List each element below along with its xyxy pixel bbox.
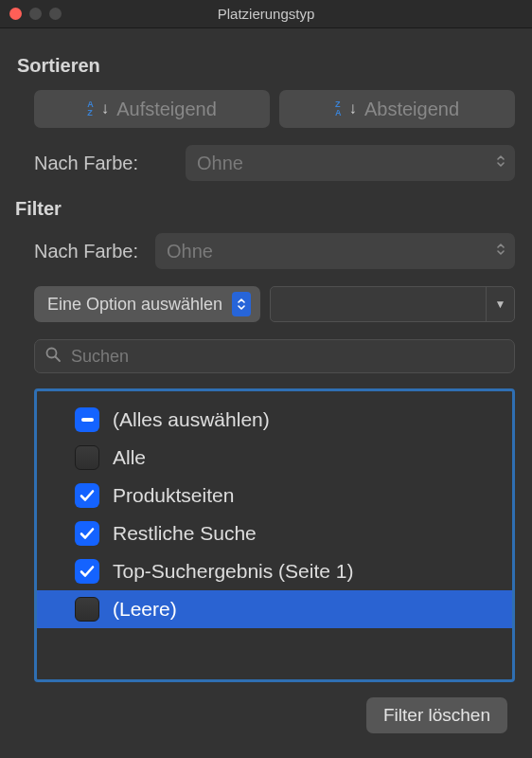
- checkbox[interactable]: [75, 521, 99, 546]
- filter-item[interactable]: Alle: [37, 439, 512, 477]
- chevron-up-down-icon: [496, 153, 505, 172]
- checkbox[interactable]: [75, 597, 99, 622]
- sort-descending-label: Absteigend: [364, 99, 459, 120]
- filter-item-label: Top-Suchergebnis (Seite 1): [113, 560, 353, 583]
- sort-by-color-popup[interactable]: Ohne: [186, 145, 515, 181]
- zoom-window-button[interactable]: [49, 8, 62, 20]
- titlebar: Platzierungstyp: [0, 0, 532, 28]
- filter-item-label: (Leere): [113, 598, 177, 621]
- search-box[interactable]: [34, 339, 515, 373]
- filter-item[interactable]: (Leere): [37, 590, 512, 628]
- filter-item-label: Produktseiten: [113, 484, 234, 507]
- filter-item[interactable]: Produktseiten: [37, 477, 512, 514]
- close-window-button[interactable]: [9, 8, 22, 20]
- checkbox[interactable]: [75, 559, 99, 584]
- clear-filter-button[interactable]: Filter löschen: [366, 697, 507, 733]
- checkbox[interactable]: [75, 445, 99, 470]
- checkbox[interactable]: [75, 483, 99, 508]
- sort-ascending-label: Aufsteigend: [116, 99, 217, 120]
- filter-value-input[interactable]: [271, 287, 486, 321]
- filter-heading: Filter: [15, 198, 515, 220]
- filter-by-color-label: Nach Farbe:: [34, 241, 138, 262]
- az-icon: AZ: [87, 100, 94, 117]
- filter-item-label: (Alles auswählen): [113, 408, 270, 431]
- filter-value-dropdown-button[interactable]: ▼: [486, 287, 514, 321]
- filter-items-panel: (Alles auswählen)AlleProduktseitenRestli…: [34, 388, 515, 682]
- filter-value-input-wrap: ▼: [270, 286, 515, 322]
- traffic-lights: [0, 8, 62, 20]
- checkbox[interactable]: [75, 407, 99, 432]
- sort-heading: Sortieren: [17, 55, 515, 77]
- stepper-icon: [232, 292, 251, 316]
- minimize-window-button[interactable]: [29, 8, 42, 20]
- arrow-down-icon: ↓: [348, 99, 357, 118]
- arrow-down-icon: ↓: [101, 99, 110, 118]
- sort-by-color-value: Ohne: [197, 153, 243, 174]
- filter-item-label: Restliche Suche: [113, 522, 257, 545]
- filter-option-select[interactable]: Eine Option auswählen: [34, 286, 260, 322]
- search-icon: [44, 346, 62, 367]
- sort-ascending-button[interactable]: AZ ↓ Aufsteigend: [34, 90, 270, 128]
- chevron-up-down-icon: [496, 242, 505, 261]
- sort-descending-button[interactable]: ZA ↓ Absteigend: [279, 90, 515, 128]
- clear-filter-label: Filter löschen: [383, 705, 490, 726]
- za-icon: ZA: [335, 100, 342, 117]
- search-input[interactable]: [71, 347, 505, 367]
- filter-item[interactable]: Restliche Suche: [37, 514, 512, 552]
- filter-by-color-value: Ohne: [167, 241, 213, 262]
- filter-item-label: Alle: [113, 446, 146, 469]
- filter-option-select-label: Eine Option auswählen: [47, 295, 222, 315]
- sort-by-color-label: Nach Farbe:: [34, 153, 186, 174]
- window-title: Platzierungstyp: [0, 6, 532, 22]
- svg-line-1: [56, 357, 61, 362]
- filter-by-color-popup[interactable]: Ohne: [155, 233, 515, 269]
- filter-item[interactable]: (Alles auswählen): [37, 401, 512, 439]
- filter-item[interactable]: Top-Suchergebnis (Seite 1): [37, 552, 512, 590]
